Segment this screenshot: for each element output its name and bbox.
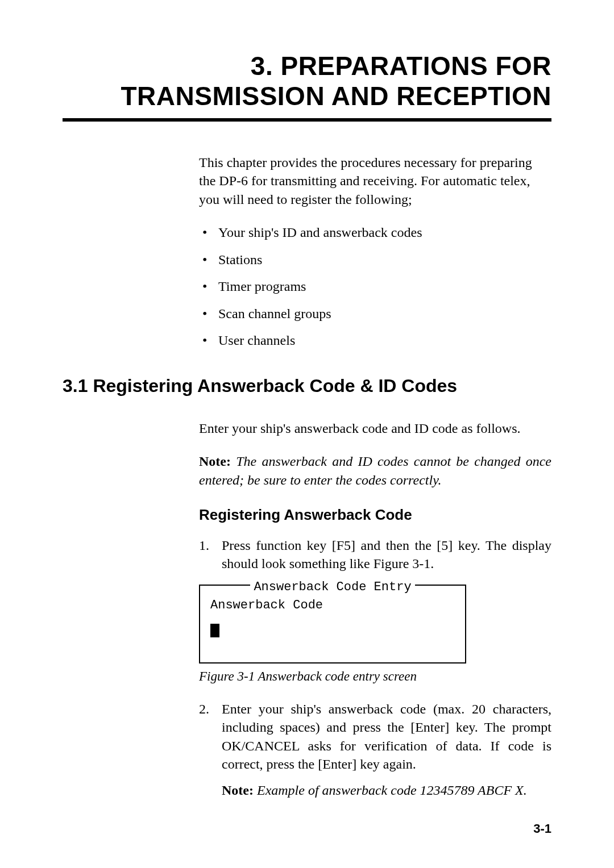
section-heading-3-1: 3.1 Registering Answerback Code & ID Cod… <box>63 375 551 397</box>
step-2: Enter your ship's answerback code (max. … <box>199 700 551 800</box>
text-cursor-icon <box>210 624 219 637</box>
list-item: Timer programs <box>199 277 551 297</box>
page: 3. PREPARATIONS FOR TRANSMISSION AND REC… <box>0 0 614 868</box>
codebox-wrap: Answerback Code Entry Answerback Code <box>199 585 551 663</box>
codebox-legend-text: Answerback Code Entry <box>250 578 414 596</box>
intro-bullet-list: Your ship's ID and answerback codes Stat… <box>199 223 551 350</box>
title-underline <box>63 118 551 122</box>
subsection-heading: Registering Answerback Code <box>199 506 551 524</box>
page-number: 3-1 <box>533 821 551 836</box>
list-item: Scan channel groups <box>199 304 551 324</box>
codebox-legend: Answerback Code Entry <box>227 578 438 596</box>
step-1: Press function key [F5] and then the [5]… <box>199 536 551 573</box>
chapter-title-line2: TRANSMISSION AND RECEPTION <box>121 81 551 111</box>
section-3-1-body: Enter your ship's answerback code and ID… <box>199 419 551 800</box>
step-1-text: Press function key [F5] and then the [5]… <box>222 538 551 571</box>
answerback-code-entry-screen: Answerback Code Entry Answerback Code <box>199 585 466 663</box>
steps-list-cont: Enter your ship's answerback code (max. … <box>199 700 551 800</box>
note-body: Example of answerback code 12345789 ABCF… <box>254 783 527 798</box>
note-label: Note: <box>199 454 231 469</box>
section-3-1-note: Note: The answerback and ID codes cannot… <box>199 452 551 489</box>
step-2-note: Note: Example of answerback code 1234578… <box>222 781 551 799</box>
chapter-title: 3. PREPARATIONS FOR TRANSMISSION AND REC… <box>63 51 551 111</box>
figure-caption: Figure 3-1 Answerback code entry screen <box>199 669 551 684</box>
list-item: Your ship's ID and answerback codes <box>199 223 551 243</box>
list-item: Stations <box>199 251 551 270</box>
intro-paragraph: This chapter provides the procedures nec… <box>199 153 551 208</box>
steps-list: Press function key [F5] and then the [5]… <box>199 536 551 573</box>
note-body: The answerback and ID codes cannot be ch… <box>199 454 551 487</box>
note-label: Note: <box>222 783 254 798</box>
step-2-text: Enter your ship's answerback code (max. … <box>222 702 551 771</box>
content-column: This chapter provides the procedures nec… <box>199 153 551 350</box>
section-3-1-intro: Enter your ship's answerback code and ID… <box>199 419 551 437</box>
chapter-title-line1: 3. PREPARATIONS FOR <box>251 51 551 81</box>
list-item: User channels <box>199 331 551 350</box>
codebox-field-label: Answerback Code <box>210 596 455 615</box>
